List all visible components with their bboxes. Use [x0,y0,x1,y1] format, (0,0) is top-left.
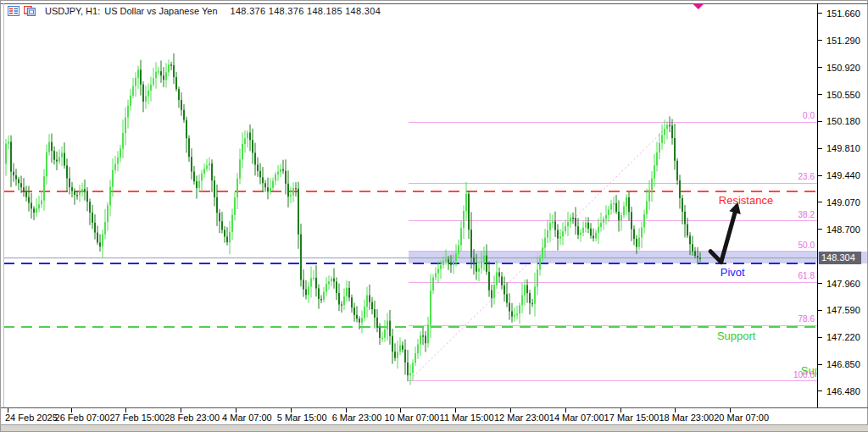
fib-level-label: 38.2 [798,211,815,219]
resistance-label[interactable]: Resistance [719,195,773,207]
time-tick-label: 11 Mar 15:00 [440,413,494,423]
fib-level-label: 61.8 [798,272,815,280]
chart-annotations-layer: Resistance Pivot Support Sup 0.023.638.2… [1,1,817,408]
time-tick-label: 20 Mar 07:00 [714,413,769,423]
time-tick-label: 26 Feb 07:00 [55,413,110,423]
time-tick-label: 6 Mar 23:00 [332,413,382,423]
chart-header: USDJPY, H1: US Dollar vs Japanese Yen 14… [8,6,381,16]
time-tick-label: 27 Feb 15:00 [109,413,164,423]
price-tick-label: 150.550 [826,90,860,100]
price-tick-label: 149.440 [826,170,860,180]
price-tick-label: 147.220 [826,332,860,342]
price-tick-label: 147.590 [826,305,860,315]
price-tick-label: 150.920 [826,63,860,73]
time-tick-label: 28 Feb 23:00 [164,413,220,423]
time-tick-label: 5 Mar 15:00 [277,413,327,423]
price-tick-label: 151.290 [826,36,860,46]
price-axis[interactable]: 148.304 151.660151.290150.920150.550150.… [818,3,868,408]
time-tick-label: 14 Mar 07:00 [549,413,604,423]
ohlc-quote: 148.376 148.376 148.185 148.304 [231,6,381,16]
fib-level-label: 0.0 [803,112,815,120]
current-price-badge: 148.304 [819,252,861,264]
price-tick-label: 146.480 [826,386,860,396]
price-tick-label: 147.960 [826,279,860,289]
time-axis[interactable]: 24 Feb 202526 Feb 07:0027 Feb 15:0028 Fe… [1,409,868,426]
horizontal-scrollbar[interactable] [1,424,868,431]
symbol-period: USDJPY, H1: [45,6,100,16]
pivot-label[interactable]: Pivot [721,267,745,279]
time-tick-label: 10 Mar 07:00 [384,413,439,423]
chart-objects-icon[interactable] [24,6,36,16]
price-tick-label: 149.810 [826,143,860,153]
price-tick-label: 149.070 [826,197,860,208]
price-tick-label: 146.850 [826,359,860,369]
fib-level-label: 23.6 [798,173,815,181]
chart-window: USDJPY, H1: US Dollar vs Japanese Yen 14… [0,0,868,432]
time-tick-label: 4 Mar 07:00 [222,413,272,423]
time-tick-label: 24 Feb 2025 [5,413,58,423]
fib-level-label: 78.6 [798,315,815,324]
support-label[interactable]: Support [717,330,756,342]
data-window-icon[interactable] [8,6,19,16]
fib-level-label: 50.0 [798,241,815,250]
time-tick-label: 18 Mar 23:00 [659,413,714,423]
time-tick-label: 12 Mar 23:00 [494,413,549,423]
fib-level-label: 100.0 [793,371,815,379]
symbol-description: US Dollar vs Japanese Yen [104,6,217,16]
price-tick-label: 150.180 [826,116,860,126]
price-tick-label: 151.660 [826,8,860,19]
price-tick-label: 148.700 [826,224,860,235]
time-tick-label: 17 Mar 15:00 [604,413,659,423]
